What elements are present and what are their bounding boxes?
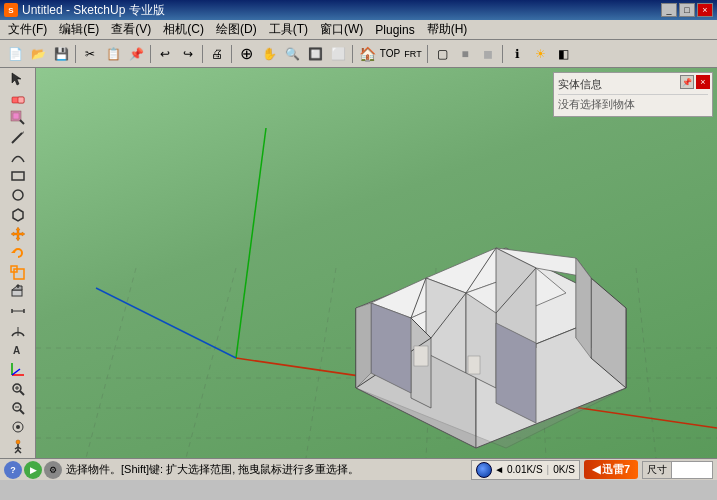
- toolbar-sep7: [502, 45, 503, 63]
- toolbar-sep2: [150, 45, 151, 63]
- info-panel-pin-button[interactable]: 📌: [680, 75, 694, 89]
- status-icon-1[interactable]: ▶: [24, 461, 42, 479]
- speed-logo: ◀ 迅雷7: [584, 460, 638, 479]
- tool-text[interactable]: A: [4, 341, 32, 359]
- toolbar-shaded[interactable]: ■: [454, 43, 476, 65]
- toolbar-textured[interactable]: ◼: [477, 43, 499, 65]
- toolbar-iso[interactable]: 🏠: [356, 43, 378, 65]
- svg-rect-69: [468, 356, 480, 374]
- tool-rotate[interactable]: [4, 244, 32, 262]
- info-panel-close-button[interactable]: ×: [696, 75, 710, 89]
- tool-look-around[interactable]: [4, 418, 32, 436]
- svg-rect-14: [12, 290, 22, 296]
- close-button[interactable]: ×: [697, 3, 713, 17]
- geo-indicator: ◄ 0.01K/S | 0K/S: [471, 460, 580, 480]
- main-area: A: [0, 68, 717, 458]
- menu-window[interactable]: 窗口(W): [314, 19, 369, 40]
- tool-axes[interactable]: [4, 360, 32, 378]
- toolbar-undo[interactable]: ↩: [154, 43, 176, 65]
- window-controls[interactable]: _ □ ×: [661, 3, 713, 17]
- toolbar-print[interactable]: 🖨: [206, 43, 228, 65]
- svg-line-4: [20, 120, 24, 124]
- toolbar-zoom-extents[interactable]: ⬜: [327, 43, 349, 65]
- ok-separator: |: [547, 464, 550, 475]
- info-panel-content: 没有选择到物体: [558, 97, 708, 112]
- svg-rect-68: [414, 346, 428, 366]
- y-axis-line: [236, 128, 266, 358]
- menu-tools[interactable]: 工具(T): [263, 19, 314, 40]
- toolbar-new[interactable]: 📄: [4, 43, 26, 65]
- menu-bar: 文件(F) 编辑(E) 查看(V) 相机(C) 绘图(D) 工具(T) 窗口(W…: [0, 20, 717, 40]
- svg-line-27: [20, 391, 24, 395]
- status-bar: ? ▶ ⚙ 选择物件。[Shift]键: 扩大选择范围, 拖曳鼠标进行多重选择。…: [0, 458, 717, 480]
- tool-circle[interactable]: [4, 186, 32, 204]
- tool-scale[interactable]: [4, 263, 32, 281]
- z-axis-line: [96, 288, 236, 358]
- toolbar-cut[interactable]: ✂: [79, 43, 101, 65]
- app-icon: S: [4, 3, 18, 17]
- svg-line-50: [636, 268, 656, 458]
- geo-globe-icon: [476, 462, 492, 478]
- svg-line-46: [186, 268, 236, 458]
- svg-marker-10: [11, 227, 25, 241]
- tool-pencil[interactable]: [4, 128, 32, 146]
- tool-rectangle[interactable]: [4, 167, 32, 185]
- toolbar-zoom[interactable]: 🔍: [281, 43, 303, 65]
- svg-rect-7: [12, 172, 24, 180]
- tool-paint[interactable]: [4, 109, 32, 127]
- tool-protractor[interactable]: [4, 321, 32, 339]
- menu-draw[interactable]: 绘图(D): [210, 19, 263, 40]
- toolbar-section[interactable]: ◧: [552, 43, 574, 65]
- maximize-button[interactable]: □: [679, 3, 695, 17]
- menu-view[interactable]: 查看(V): [105, 19, 157, 40]
- status-text: 选择物件。[Shift]键: 扩大选择范围, 拖曳鼠标进行多重选择。: [66, 462, 467, 477]
- ok-value: 0K/S: [553, 464, 575, 475]
- svg-marker-11: [11, 250, 14, 253]
- svg-point-35: [16, 440, 20, 444]
- tool-zoom-out[interactable]: [4, 399, 32, 417]
- window-title: Untitled - SketchUp 专业版: [22, 2, 165, 19]
- svg-marker-9: [13, 209, 23, 221]
- svg-text:A: A: [13, 345, 20, 356]
- menu-file[interactable]: 文件(F): [2, 19, 53, 40]
- menu-camera[interactable]: 相机(C): [157, 19, 210, 40]
- toolbar-pan[interactable]: ✋: [258, 43, 280, 65]
- toolbar: 📄 📂 💾 ✂ 📋 📌 ↩ ↪ 🖨 ⊕ ✋ 🔍 🔲 ⬜ 🏠 TOP FRT ▢ …: [0, 40, 717, 68]
- toolbar-copy[interactable]: 📋: [102, 43, 124, 65]
- minimize-button[interactable]: _: [661, 3, 677, 17]
- toolbar-info[interactable]: ℹ: [506, 43, 528, 65]
- tool-tape-measure[interactable]: [4, 302, 32, 320]
- tool-select[interactable]: [4, 70, 32, 88]
- tool-arc[interactable]: [4, 147, 32, 165]
- svg-point-34: [16, 425, 20, 429]
- toolbar-sep1: [75, 45, 76, 63]
- toolbar-redo[interactable]: ↪: [177, 43, 199, 65]
- menu-plugins[interactable]: Plugins: [369, 21, 420, 39]
- status-icon-0[interactable]: ?: [4, 461, 22, 479]
- tool-push-pull[interactable]: [4, 283, 32, 301]
- toolbar-paste[interactable]: 📌: [125, 43, 147, 65]
- info-panel: 实体信息 📌 × 没有选择到物体: [553, 72, 713, 117]
- menu-edit[interactable]: 编辑(E): [53, 19, 105, 40]
- toolbar-open[interactable]: 📂: [27, 43, 49, 65]
- menu-help[interactable]: 帮助(H): [421, 19, 474, 40]
- title-bar: S Untitled - SketchUp 专业版 _ □ ×: [0, 0, 717, 20]
- tool-polygon[interactable]: [4, 205, 32, 223]
- toolbar-save[interactable]: 💾: [50, 43, 72, 65]
- toolbar-sep3: [202, 45, 203, 63]
- toolbar-shadows[interactable]: ☀: [529, 43, 551, 65]
- toolbar-wireframe[interactable]: ▢: [431, 43, 453, 65]
- toolbar-sep5: [352, 45, 353, 63]
- tool-move[interactable]: [4, 225, 32, 243]
- tool-walkthrough[interactable]: [4, 438, 32, 456]
- viewport[interactable]: 实体信息 📌 × 没有选择到物体: [36, 68, 717, 458]
- status-right: ◄ 0.01K/S | 0K/S ◀ 迅雷7 尺寸: [471, 460, 713, 480]
- toolbar-top[interactable]: TOP: [379, 43, 401, 65]
- tool-eraser[interactable]: [4, 89, 32, 107]
- speed-icon: ◀: [592, 463, 600, 476]
- status-icon-2[interactable]: ⚙: [44, 461, 62, 479]
- toolbar-orbit[interactable]: ⊕: [235, 43, 257, 65]
- tool-zoom-window[interactable]: [4, 380, 32, 398]
- toolbar-zoom-window[interactable]: 🔲: [304, 43, 326, 65]
- toolbar-front[interactable]: FRT: [402, 43, 424, 65]
